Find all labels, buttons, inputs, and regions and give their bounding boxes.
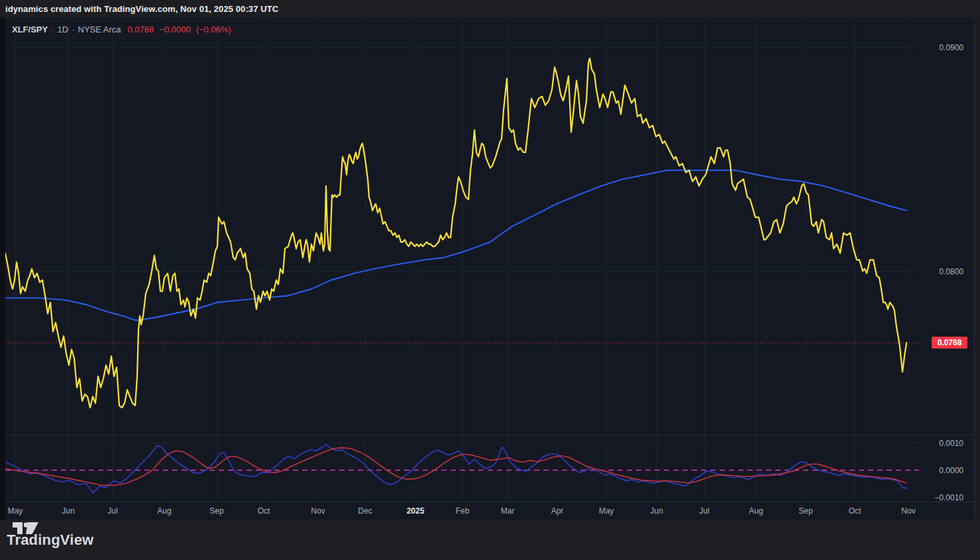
legend-separator: ·	[68, 25, 78, 34]
time-tick-label: Jun	[48, 506, 88, 516]
indicator-tick-label: 0.0000	[922, 465, 963, 476]
legend-last-price: 0.0768	[128, 25, 154, 34]
time-tick-label: Sep	[197, 506, 237, 516]
time-tick-label: Feb	[443, 506, 482, 516]
symbol-title: XLF/SPY	[12, 25, 48, 34]
time-tick-label: Sep	[786, 506, 826, 516]
right-margin-strip	[974, 18, 980, 522]
time-tick-label: Jul	[684, 506, 724, 516]
time-tick-label: Mar	[488, 506, 527, 516]
legend-change: −0.0000	[159, 25, 190, 34]
tradingview-snapshot: idynamics created with TradingView.com, …	[0, 0, 980, 560]
time-tick-label: Aug	[736, 506, 776, 516]
time-tick-label: Aug	[144, 506, 184, 516]
time-tick-label: Nov	[889, 506, 928, 516]
time-tick-label: Oct	[835, 506, 875, 516]
time-tick-label: 2025	[396, 506, 435, 516]
timeframe-label: 1D	[58, 25, 69, 34]
footer-bar: TradingView	[0, 520, 980, 560]
time-tick-label: May	[586, 506, 626, 516]
left-margin-strip	[0, 18, 5, 522]
tradingview-logo-icon[interactable]	[12, 520, 40, 537]
time-tick-label: May	[0, 506, 35, 516]
time-tick-label: Apr	[537, 506, 577, 516]
time-tick-label: Oct	[244, 506, 284, 516]
price-axis[interactable]	[919, 18, 974, 502]
time-tick-label: Dec	[345, 506, 385, 516]
indicator-tick-label: −0.0010	[922, 492, 963, 503]
time-tick-label: Jul	[93, 506, 133, 516]
main-chart-pane[interactable]	[5, 18, 919, 435]
last-price-badge: 0.0768	[932, 337, 967, 349]
time-tick-label: Jun	[637, 506, 677, 516]
time-tick-label: Nov	[298, 506, 338, 516]
legend-change-percent: (−0.06%)	[196, 25, 231, 34]
price-tick-label: 0.0900	[922, 42, 963, 53]
price-tick-label: 0.0800	[922, 266, 963, 277]
indicator-tick-label: 0.0010	[922, 438, 963, 449]
indicator-pane[interactable]	[5, 435, 919, 502]
exchange-label: NYSE Arca	[78, 25, 121, 34]
legend[interactable]: XLF/SPY · 1D · NYSE Arca 0.0768 −0.0000 …	[12, 23, 231, 35]
legend-separator: ·	[48, 25, 57, 34]
